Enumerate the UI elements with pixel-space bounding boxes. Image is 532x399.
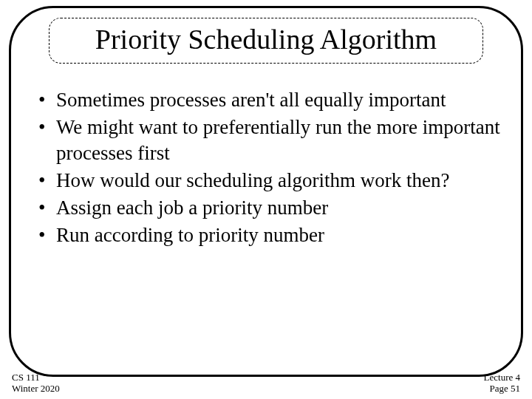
slide-title: Priority Scheduling Algorithm: [57, 23, 475, 55]
bullet-list: Sometimes processes aren't all equally i…: [35, 87, 502, 250]
lecture-number: Lecture 4: [484, 372, 520, 383]
title-box: Priority Scheduling Algorithm: [49, 18, 483, 64]
list-item: Run according to priority number: [35, 222, 502, 248]
list-item: Assign each job a priority number: [35, 195, 502, 221]
course-code: CS 111: [12, 372, 60, 383]
page-number: Page 51: [484, 383, 520, 395]
footer-left: CS 111 Winter 2020: [12, 372, 60, 395]
list-item: We might want to preferentially run the …: [35, 115, 502, 166]
footer-right: Lecture 4 Page 51: [484, 372, 520, 395]
list-item: How would our scheduling algorithm work …: [35, 168, 502, 194]
list-item: Sometimes processes aren't all equally i…: [35, 87, 502, 113]
term-label: Winter 2020: [12, 383, 60, 395]
